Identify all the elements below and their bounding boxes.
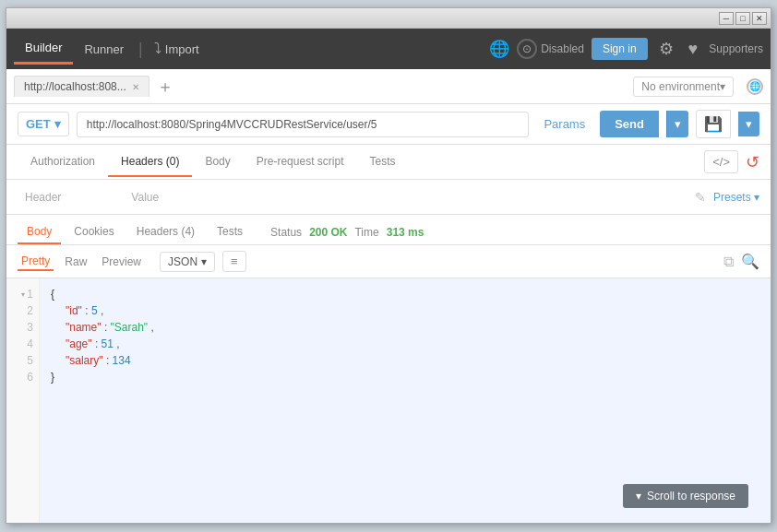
time-value: 313 ms bbox=[387, 226, 424, 239]
code-line-4: "age" : 51 , bbox=[51, 336, 759, 352]
url-input[interactable] bbox=[77, 112, 530, 137]
minimize-button[interactable]: ─ bbox=[719, 12, 734, 25]
method-select[interactable]: GET ▾ bbox=[18, 112, 69, 136]
resp-tab-body[interactable]: Body bbox=[18, 220, 61, 244]
disabled-area: ⊙ Disabled bbox=[517, 39, 584, 59]
url-right-area: No environment ▾ 🌐 bbox=[633, 77, 763, 97]
line-num-3: 3 bbox=[12, 319, 33, 336]
url-tab-item[interactable]: http://localhost:808... ✕ bbox=[14, 76, 149, 97]
reset-button[interactable]: ↺ bbox=[746, 150, 759, 173]
globe-icon: 🌐 bbox=[489, 39, 509, 59]
line-wrap-button[interactable]: ≡ bbox=[222, 251, 246, 272]
save-dropdown-button[interactable]: ▾ bbox=[738, 112, 759, 136]
tab-tests[interactable]: Tests bbox=[356, 148, 408, 177]
json-format-select[interactable]: JSON ▾ bbox=[160, 252, 215, 272]
fmt-raw[interactable]: Raw bbox=[61, 254, 90, 270]
response-content-wrap: Body Cookies Headers (4) Tests Status 20… bbox=[6, 215, 771, 523]
value-col-label: Value bbox=[124, 187, 695, 207]
close-brace: } bbox=[51, 369, 54, 385]
tab-body[interactable]: Body bbox=[192, 148, 243, 177]
resp-tab-tests[interactable]: Tests bbox=[208, 220, 252, 244]
code-line-2: "id" : 5 , bbox=[51, 302, 759, 319]
code-line-6: } bbox=[51, 369, 759, 385]
env-globe-icon: 🌐 bbox=[747, 78, 763, 95]
method-label: GET bbox=[26, 117, 51, 131]
open-brace: { bbox=[51, 286, 54, 302]
scroll-to-response-button[interactable]: ▾ Scroll to response bbox=[623, 484, 748, 508]
response-tabs: Body Cookies Headers (4) Tests Status 20… bbox=[6, 215, 771, 245]
url-tab-close-icon[interactable]: ✕ bbox=[132, 82, 139, 92]
line-num-6: 6 bbox=[12, 369, 33, 385]
fmt-pretty[interactable]: Pretty bbox=[18, 253, 54, 271]
maximize-button[interactable]: □ bbox=[735, 12, 750, 25]
supporters-label: Supporters bbox=[709, 42, 763, 55]
heart-icon-button[interactable]: ♥ bbox=[685, 36, 702, 63]
code-line-3: "name" : "Sarah" , bbox=[51, 319, 759, 336]
line-num-2: 2 bbox=[12, 302, 33, 319]
environment-select[interactable]: No environment ▾ bbox=[633, 77, 734, 97]
response-actions: ⧉ 🔍 bbox=[723, 253, 759, 270]
headers-actions: ✎ Presets ▾ bbox=[695, 190, 759, 205]
scroll-arrow-icon: ▾ bbox=[636, 490, 641, 502]
nav-import[interactable]: ⤵ Import bbox=[147, 33, 207, 65]
sign-in-button[interactable]: Sign in bbox=[592, 38, 648, 60]
disabled-dot: ⊙ bbox=[517, 39, 537, 59]
url-tab-bar: http://localhost:808... ✕ ＋ No environme… bbox=[6, 69, 771, 104]
search-response-button[interactable]: 🔍 bbox=[741, 253, 759, 270]
request-bar: GET ▾ Params Send ▾ 💾 ▾ bbox=[6, 104, 771, 145]
status-label: Status bbox=[270, 226, 302, 239]
headers-table: Header Value ✎ Presets ▾ bbox=[6, 180, 771, 215]
code-snippet-button[interactable]: </> bbox=[704, 150, 738, 173]
header-col-label: Header bbox=[18, 187, 68, 207]
app-window: ─ □ ✕ Builder Runner | ⤵ Import 🌐 ⊙ Disa… bbox=[6, 7, 771, 524]
settings-icon-button[interactable]: ⚙ bbox=[655, 35, 677, 63]
tab-prerequest[interactable]: Pre-request script bbox=[244, 148, 357, 177]
title-bar: ─ □ ✕ bbox=[6, 8, 771, 29]
time-label: Time bbox=[354, 226, 378, 239]
method-arrow: ▾ bbox=[54, 117, 61, 131]
add-tab-button[interactable]: ＋ bbox=[153, 76, 177, 98]
response-format-bar: Pretty Raw Preview JSON ▾ ≡ ⧉ 🔍 bbox=[6, 245, 771, 278]
status-area: Status 200 OK Time 313 ms bbox=[270, 226, 424, 239]
nav-tab-builder[interactable]: Builder bbox=[14, 33, 73, 65]
url-tab-label: http://localhost:808... bbox=[24, 80, 126, 93]
request-tabs: Authorization Headers (0) Body Pre-reque… bbox=[6, 145, 771, 180]
close-button[interactable]: ✕ bbox=[752, 12, 767, 25]
code-line-5: "salary" : 134 bbox=[51, 352, 759, 369]
copy-response-button[interactable]: ⧉ bbox=[723, 253, 734, 270]
import-icon: ⤵ bbox=[154, 41, 161, 57]
send-button[interactable]: Send bbox=[600, 111, 659, 137]
nav-tab-runner[interactable]: Runner bbox=[73, 35, 135, 64]
resp-tab-headers[interactable]: Headers (4) bbox=[127, 220, 204, 244]
nav-right-area: 🌐 ⊙ Disabled Sign in ⚙ ♥ Supporters bbox=[489, 35, 763, 63]
edit-icon[interactable]: ✎ bbox=[695, 190, 706, 205]
top-nav: Builder Runner | ⤵ Import 🌐 ⊙ Disabled S… bbox=[6, 29, 771, 69]
save-button[interactable]: 💾 bbox=[696, 110, 731, 138]
json-arrow: ▾ bbox=[201, 255, 207, 268]
fmt-preview[interactable]: Preview bbox=[98, 254, 145, 270]
line-num-1: ▾ 1 bbox=[12, 286, 33, 302]
line-num-5: 5 bbox=[12, 352, 33, 369]
line-num-4: 4 bbox=[12, 336, 33, 352]
fold-arrow-1[interactable]: ▾ bbox=[21, 290, 25, 299]
code-line-1: { bbox=[51, 286, 759, 302]
req-tab-right-actions: </> ↺ bbox=[704, 150, 759, 173]
tab-authorization[interactable]: Authorization bbox=[18, 148, 108, 177]
nav-separator: | bbox=[135, 40, 147, 59]
tab-headers[interactable]: Headers (0) bbox=[108, 148, 192, 177]
params-button[interactable]: Params bbox=[536, 112, 592, 136]
resp-tab-cookies[interactable]: Cookies bbox=[65, 220, 123, 244]
line-numbers: ▾ 1 2 3 4 5 6 bbox=[6, 278, 40, 523]
send-dropdown-button[interactable]: ▾ bbox=[666, 111, 688, 137]
response-area: Body Cookies Headers (4) Tests Status 20… bbox=[6, 215, 771, 523]
presets-button[interactable]: Presets ▾ bbox=[713, 191, 759, 204]
status-value: 200 OK bbox=[309, 226, 347, 239]
